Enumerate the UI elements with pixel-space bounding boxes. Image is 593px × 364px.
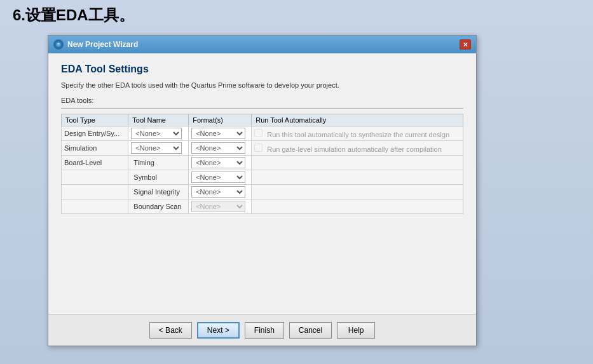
run-auto-text-0: Run this tool automatically to synthesiz… — [267, 131, 449, 138]
format-select-5: <None> — [191, 201, 245, 212]
tool-name-static-2: Timing — [131, 159, 154, 166]
run-auto-cell-2 — [252, 156, 463, 170]
tool-type-cell: Design Entry/Sy... — [62, 126, 128, 141]
tool-name-select-0[interactable]: <None> — [131, 128, 182, 139]
table-row: Signal Integrity <None> — [62, 185, 463, 199]
page-title: 6.设置EDA工具。 — [13, 5, 134, 25]
eda-table: Tool Type Tool Name Format(s) Run Tool A… — [61, 114, 463, 214]
format-cell: <None> — [189, 141, 252, 156]
run-auto-cell-0: Run this tool automatically to synthesiz… — [252, 126, 463, 141]
tool-type-cell — [62, 185, 128, 199]
table-row: Boundary Scan <None> — [62, 199, 463, 214]
col-header-run-auto: Run Tool Automatically — [252, 114, 463, 126]
outer-background: 6.设置EDA工具。 New Project Wizard ✕ EDA Tool… — [0, 0, 593, 364]
col-header-tool-name: Tool Name — [128, 114, 189, 126]
format-select-4[interactable]: <None> — [191, 186, 245, 198]
tool-name-static-3: Symbol — [131, 173, 157, 181]
tool-name-cell: <None> — [128, 141, 189, 156]
run-auto-checkbox-1 — [254, 144, 262, 152]
window-title: New Project Wizard — [67, 40, 138, 49]
content-area: EDA Tool Settings Specify the other EDA … — [48, 53, 476, 224]
run-auto-cell-1: Run gate-level simulation automatically … — [252, 141, 463, 156]
format-cell: <None> — [189, 199, 252, 214]
tool-type-cell: Simulation — [62, 141, 128, 156]
finish-button[interactable]: Finish — [245, 322, 284, 339]
tool-name-select-1[interactable]: <None> — [131, 142, 182, 154]
title-bar-left: New Project Wizard — [53, 39, 138, 50]
table-row: Symbol <None> — [62, 170, 463, 185]
run-auto-label-0[interactable]: Run this tool automatically to synthesiz… — [254, 131, 449, 138]
format-select-0[interactable]: <None> — [191, 128, 245, 139]
tool-name-cell: Symbol — [128, 170, 189, 185]
format-cell: <None> — [189, 170, 252, 185]
format-select-3[interactable]: <None> — [191, 172, 245, 183]
run-auto-cell-5 — [252, 199, 463, 214]
run-auto-cell-3 — [252, 170, 463, 185]
next-button[interactable]: Next > — [197, 322, 240, 339]
format-cell: <None> — [189, 156, 252, 170]
run-auto-label-1[interactable]: Run gate-level simulation automatically … — [254, 145, 442, 153]
back-button[interactable]: < Back — [149, 322, 192, 339]
title-bar: New Project Wizard ✕ — [48, 36, 476, 53]
run-auto-cell-4 — [252, 185, 463, 199]
eda-label: EDA tools: — [61, 97, 463, 104]
run-auto-text-1: Run gate-level simulation automatically … — [267, 145, 442, 153]
format-cell: <None> — [189, 185, 252, 199]
tool-name-static-5: Boundary Scan — [131, 203, 181, 210]
wizard-icon — [53, 39, 64, 50]
col-header-formats: Format(s) — [189, 114, 252, 126]
tool-name-cell: <None> — [128, 126, 189, 141]
format-select-2[interactable]: <None> — [191, 157, 245, 168]
table-row: Board-Level Timing <None> — [62, 156, 463, 170]
close-button[interactable]: ✕ — [460, 39, 471, 50]
tool-type-cell — [62, 170, 128, 185]
format-select-1[interactable]: <None> — [191, 142, 245, 154]
col-header-tool-type: Tool Type — [62, 114, 128, 126]
wizard-window: New Project Wizard ✕ EDA Tool Settings S… — [48, 35, 477, 346]
run-auto-checkbox-0 — [254, 129, 262, 137]
tool-name-cell: Signal Integrity — [128, 185, 189, 199]
cancel-button[interactable]: Cancel — [289, 322, 332, 339]
divider — [61, 108, 463, 109]
help-button[interactable]: Help — [337, 322, 375, 339]
tool-name-cell: Timing — [128, 156, 189, 170]
table-row: Simulation <None> <None> — [62, 141, 463, 156]
table-row: Design Entry/Sy... <None> <No — [62, 126, 463, 141]
tool-name-static-4: Signal Integrity — [131, 188, 180, 196]
section-title: EDA Tool Settings — [61, 64, 463, 75]
tool-type-cell: Board-Level — [62, 156, 128, 170]
format-cell: <None> — [189, 126, 252, 141]
bottom-toolbar: < Back Next > Finish Cancel Help — [48, 314, 476, 346]
tool-type-cell — [62, 199, 128, 214]
description-text: Specify the other EDA tools used with th… — [61, 81, 463, 89]
tool-name-cell: Boundary Scan — [128, 199, 189, 214]
